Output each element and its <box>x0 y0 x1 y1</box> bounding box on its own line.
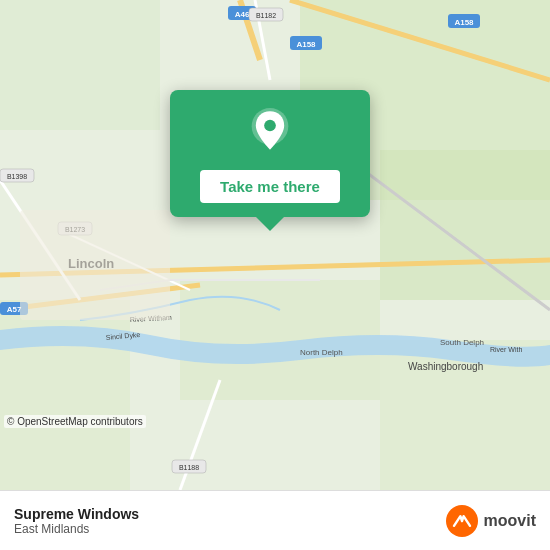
svg-point-44 <box>264 120 276 132</box>
moovit-icon <box>446 505 478 537</box>
location-info: Supreme Windows East Midlands <box>14 506 139 536</box>
map-attribution: © OpenStreetMap contributors <box>4 415 146 428</box>
take-me-there-button[interactable]: Take me there <box>200 170 340 203</box>
location-pin-icon <box>245 108 295 158</box>
svg-text:South Delph: South Delph <box>440 338 484 347</box>
bottom-bar: Supreme Windows East Midlands moovit <box>0 490 550 550</box>
svg-text:A46: A46 <box>235 10 250 19</box>
location-name: Supreme Windows <box>14 506 139 522</box>
svg-text:B1398: B1398 <box>7 173 27 180</box>
svg-text:B1182: B1182 <box>256 12 276 19</box>
popup-card[interactable]: Take me there <box>170 90 370 217</box>
svg-rect-3 <box>0 0 160 130</box>
moovit-text: moovit <box>484 512 536 530</box>
svg-rect-41 <box>20 210 170 320</box>
svg-text:A57: A57 <box>7 305 22 314</box>
svg-text:B1188: B1188 <box>179 464 199 471</box>
map-container: A46 A158 A158 B1182 B1398 B1273 B1188 A5… <box>0 0 550 490</box>
location-region: East Midlands <box>14 522 139 536</box>
svg-text:North Delph: North Delph <box>300 348 343 357</box>
svg-text:River With: River With <box>490 346 522 353</box>
svg-text:A158: A158 <box>296 40 316 49</box>
moovit-logo: moovit <box>446 505 536 537</box>
svg-rect-2 <box>380 150 550 300</box>
svg-text:Washingborough: Washingborough <box>408 361 483 372</box>
svg-text:A158: A158 <box>454 18 474 27</box>
